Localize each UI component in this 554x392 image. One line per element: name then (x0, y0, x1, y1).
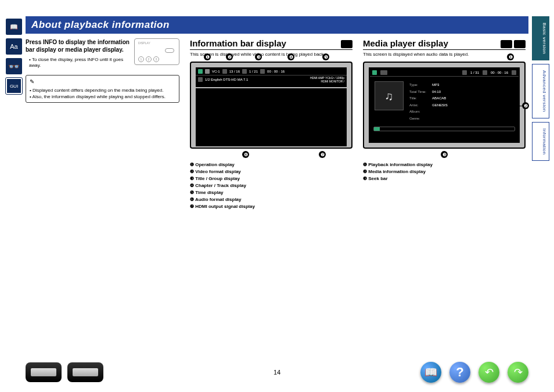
pen-a: Displayed content differs depending on t… (33, 88, 163, 93)
right-tab-rail: Basic version Advanced version Informati… (532, 16, 549, 161)
mp-play-icon (372, 70, 377, 75)
intro-info-key: INFO (43, 39, 57, 45)
remote-diagram: DISPLAY 1 2 3 (134, 38, 179, 65)
media-player-column: Media player display This screen is disp… (363, 38, 526, 210)
tab-advanced[interactable]: Advanced version (532, 64, 549, 118)
meta-genre (432, 116, 448, 122)
remote-btn-1: 1 (138, 56, 144, 62)
pen-b: Also, the information displayed while pl… (33, 94, 166, 99)
remote-btn-3: 3 (153, 56, 159, 62)
callout-3: ❸ (255, 53, 262, 60)
footer-help-button[interactable]: ? (449, 362, 470, 383)
book-icon[interactable]: 📖 (6, 19, 22, 35)
callout-4: ❹ (287, 53, 294, 60)
callout-5: ❺ (322, 53, 329, 60)
info-bar-screen: VC-1 13 / 16 1 / 21 00 : 00 : 16 1/2 Eng… (190, 62, 352, 149)
osd-time: 00 : 00 : 16 (267, 70, 285, 73)
osd-chapter: 1 / 21 (249, 70, 258, 73)
info-bar-osd: VC-1 13 / 16 1 / 21 00 : 00 : 16 1/2 Eng… (196, 67, 347, 87)
clock-icon-osd (260, 69, 265, 74)
chapter-icon-osd (242, 69, 247, 74)
aa-icon[interactable]: Aa (6, 38, 22, 55)
left-icon-rail: 📖 Aa 👓 GUI (6, 19, 22, 94)
play-icon-osd (198, 69, 203, 74)
tab-basic[interactable]: Basic version (532, 16, 549, 60)
osd-hdmi-monitor: HDMI MONITOR / (310, 80, 344, 83)
osd-audio-lang: 1/2 English DTS-HD MA 7.1 (205, 78, 248, 81)
info-bar-column: Information bar display This screen is d… (190, 38, 352, 210)
remote-rec (165, 48, 174, 53)
page-main: About playback information DISPLAY 1 2 3… (26, 16, 528, 210)
media-player-osd: 1 / 31 00 : 00 : 16 ♫ Type:MP3 Total Tim… (369, 67, 520, 143)
mp-track-count: 1 / 31 (470, 71, 479, 74)
media-player-heading: Media player display (363, 38, 526, 50)
audio-icon-osd (198, 77, 203, 82)
seek-bar (373, 127, 515, 131)
tab-information[interactable]: Information (532, 122, 549, 161)
mp-callout-3: ❸ (441, 151, 448, 158)
mp-callout-2: ❷ (522, 102, 529, 109)
mp-file-icon (380, 70, 387, 75)
intro-text: DISPLAY 1 2 3 Press INFO to display the … (26, 38, 179, 69)
footer-book-button[interactable]: 📖 (420, 362, 441, 383)
mp-time: 00 : 00 : 16 (491, 71, 508, 74)
page-number: 14 (274, 369, 280, 376)
mp-track-icon (462, 70, 467, 75)
intro-column: DISPLAY 1 2 3 Press INFO to display the … (26, 38, 179, 210)
osd-title-count: 13 / 16 (229, 70, 240, 73)
gui-icon[interactable]: GUI (6, 78, 22, 94)
mp-callout-1: ❶ (507, 53, 514, 60)
footer-back-button[interactable]: ↶ (479, 362, 499, 383)
info-bar-heading: Information bar display (190, 38, 352, 50)
film-icon-osd (205, 69, 210, 74)
mask-icon[interactable]: 👓 (6, 58, 22, 74)
mp-clock-icon (483, 70, 487, 75)
usb-badge-icon (514, 40, 526, 48)
callout-6: ❻ (242, 151, 249, 158)
meta-title: ABACAB (432, 96, 448, 102)
media-player-desc: This screen is displayed when audio data… (363, 52, 526, 57)
media-player-screen: 1 / 31 00 : 00 : 16 ♫ Type:MP3 Total Tim… (363, 62, 526, 149)
meta-album (432, 109, 448, 115)
meta-artist: GENESIS (432, 103, 448, 109)
remote-btn-2: 2 (146, 56, 152, 62)
footer-forward-button[interactable]: ↷ (508, 362, 528, 383)
pencil-note-box: ✎ • Displayed content differs depending … (26, 75, 179, 103)
video-badge-icon (341, 40, 352, 48)
remote-label: DISPLAY (138, 41, 150, 45)
intro-a: Press (26, 39, 43, 45)
mp-meta-table: Type:MP3 Total Time:04:10 Title:ABACAB A… (408, 81, 449, 123)
meta-type: MP3 (432, 82, 448, 88)
footer: 14 📖 ? ↶ ↷ (26, 362, 528, 383)
osd-codec: VC-1 (212, 70, 220, 73)
callout-1: ❶ (204, 53, 211, 60)
album-art-icon: ♫ (375, 81, 404, 110)
audio-badge-icon (501, 40, 512, 48)
footer-device-btn-2[interactable] (67, 362, 103, 382)
pencil-icon: ✎ (30, 78, 34, 86)
mp-repeat-icon (512, 70, 516, 75)
info-bar-legend: ❶ Operation display ❷ Video format displ… (190, 161, 352, 210)
callout-2: ❷ (226, 53, 233, 60)
disc-icon-osd (222, 69, 227, 74)
media-player-legend: ❶ Playback information display ❷ Media i… (363, 161, 526, 182)
page-title: About playback information (26, 16, 528, 34)
callout-7: ❼ (319, 151, 326, 158)
footer-device-btn-1[interactable] (26, 362, 62, 382)
info-bar-black-area (196, 88, 347, 146)
meta-totaltime: 04:10 (432, 89, 448, 95)
